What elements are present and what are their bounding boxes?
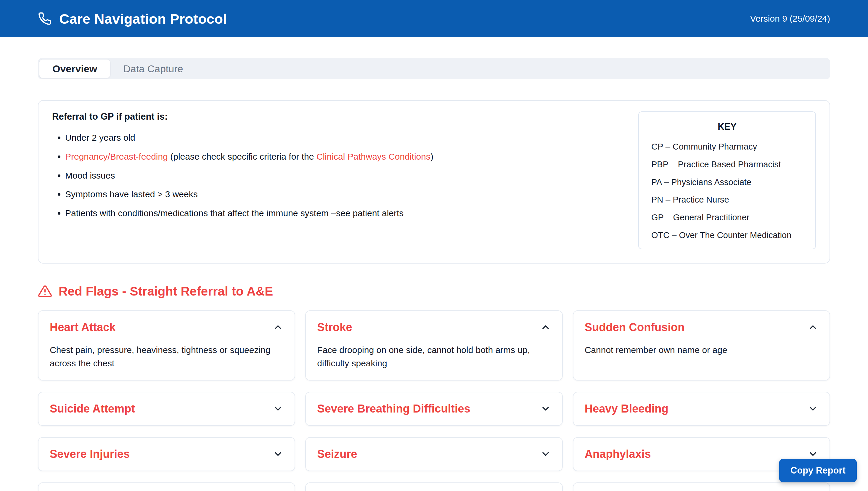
card-title: Suicide Attempt: [50, 402, 135, 415]
card-toggle[interactable]: Suicide Attempt: [50, 402, 283, 415]
redflag-card-severe-breathing: Severe Breathing Difficulties: [305, 392, 563, 426]
redflag-card-heart-attack: Heart Attack Chest pain, pressure, heavi…: [38, 310, 295, 380]
chevron-down-icon[interactable]: [540, 403, 551, 414]
tab-overview[interactable]: Overview: [39, 60, 110, 78]
referral-item: Mood issues: [65, 170, 433, 181]
red-flags-title: Red Flags - Straight Referral to A&E: [59, 284, 273, 298]
card-toggle[interactable]: Heart Attack: [50, 321, 283, 334]
card-toggle[interactable]: Stroke: [317, 321, 551, 334]
chevron-up-icon[interactable]: [540, 322, 551, 333]
card-title: Heavy Bleeding: [585, 402, 668, 415]
key-item-pa: PA – Physicians Associate: [651, 177, 803, 187]
card-toggle[interactable]: Severe Injuries: [50, 448, 283, 461]
card-toggle[interactable]: Heavy Bleeding: [585, 402, 818, 415]
app-header: Care Navigation Protocol Version 9 (25/0…: [0, 0, 868, 37]
chevron-down-icon[interactable]: [273, 403, 283, 414]
redflag-card-heavy-bleeding: Heavy Bleeding: [573, 392, 830, 426]
chevron-down-icon[interactable]: [273, 449, 283, 459]
redflag-card-suicide-attempt: Suicide Attempt: [38, 392, 295, 426]
card-description: Chest pain, pressure, heaviness, tightne…: [50, 343, 283, 370]
key-item-pn: PN – Practice Nurse: [651, 195, 803, 205]
referral-panel: Referral to GP if patient is: Under 2 ye…: [38, 100, 830, 264]
red-flags-grid: Heart Attack Chest pain, pressure, heavi…: [38, 310, 830, 491]
card-toggle[interactable]: Severe Breathing Difficulties: [317, 402, 551, 415]
key-item-gp: GP – General Practitioner: [651, 212, 803, 223]
card-title: Severe Breathing Difficulties: [317, 402, 470, 415]
card-toggle[interactable]: Sudden Confusion: [585, 321, 818, 334]
redflag-card-stroke: Stroke Face drooping on one side, cannot…: [305, 310, 563, 380]
referral-item: Patients with conditions/medications tha…: [65, 208, 433, 219]
referral-item: Under 2 years old: [65, 132, 433, 143]
redflag-card-seizure: Seizure: [305, 437, 563, 471]
referral-list: Under 2 years old Pregnancy/Breast-feedi…: [52, 132, 433, 219]
tab-data-capture[interactable]: Data Capture: [110, 60, 196, 78]
referral-heading: Referral to GP if patient is:: [52, 111, 433, 122]
key-item-pbp: PBP – Practice Based Pharmacist: [651, 159, 803, 170]
redflag-card-sepsis-baby: SEPSIS in Baby or Young Child: [305, 483, 563, 491]
chevron-down-icon[interactable]: [540, 449, 551, 459]
redflag-card-severe-injuries: Severe Injuries: [38, 437, 295, 471]
chevron-up-icon[interactable]: [273, 322, 283, 333]
key-item-cp: CP – Community Pharmacy: [651, 142, 803, 152]
card-title: Anaphylaxis: [585, 448, 651, 461]
key-item-otc: OTC – Over The Counter Medication: [651, 230, 803, 240]
redflag-card-sepsis-adult: SEPSIS in Adult or Older Child: [573, 483, 830, 491]
pregnancy-emphasis: Pregnancy/Breast-feeding: [65, 152, 168, 162]
chevron-down-icon[interactable]: [808, 403, 818, 414]
card-toggle[interactable]: Seizure: [317, 448, 551, 461]
card-title: Seizure: [317, 448, 357, 461]
referral-item: Symptoms have lasted > 3 weeks: [65, 189, 433, 200]
copy-report-button[interactable]: Copy Report: [779, 459, 857, 482]
key-title: KEY: [651, 121, 803, 132]
version-label: Version 9 (25/09/24): [750, 13, 830, 24]
chevron-up-icon[interactable]: [808, 322, 818, 333]
warning-triangle-icon: [38, 284, 52, 298]
clinical-pathways-link[interactable]: Clinical Pathways Conditions: [317, 152, 430, 162]
card-title: Severe Injuries: [50, 448, 130, 461]
tab-bar: Overview Data Capture: [38, 58, 830, 79]
card-title: Heart Attack: [50, 321, 116, 334]
card-description: Face drooping on one side, cannot hold b…: [317, 343, 551, 370]
card-title: Stroke: [317, 321, 352, 334]
referral-item: Pregnancy/Breast-feeding (please check s…: [65, 151, 433, 162]
red-flags-heading: Red Flags - Straight Referral to A&E: [38, 284, 830, 298]
redflag-card-sudden-confusion: Sudden Confusion Cannot remember own nam…: [573, 310, 830, 380]
card-description: Cannot remember own name or age: [585, 343, 818, 356]
card-toggle[interactable]: Anaphylaxis: [585, 448, 818, 461]
phone-icon: [38, 12, 52, 26]
redflag-card-meningitis: Meningitis: [38, 483, 295, 491]
chevron-down-icon[interactable]: [808, 449, 818, 459]
key-legend: KEY CP – Community Pharmacy PBP – Practi…: [638, 111, 816, 249]
card-title: Sudden Confusion: [585, 321, 685, 334]
page-title: Care Navigation Protocol: [59, 11, 227, 27]
